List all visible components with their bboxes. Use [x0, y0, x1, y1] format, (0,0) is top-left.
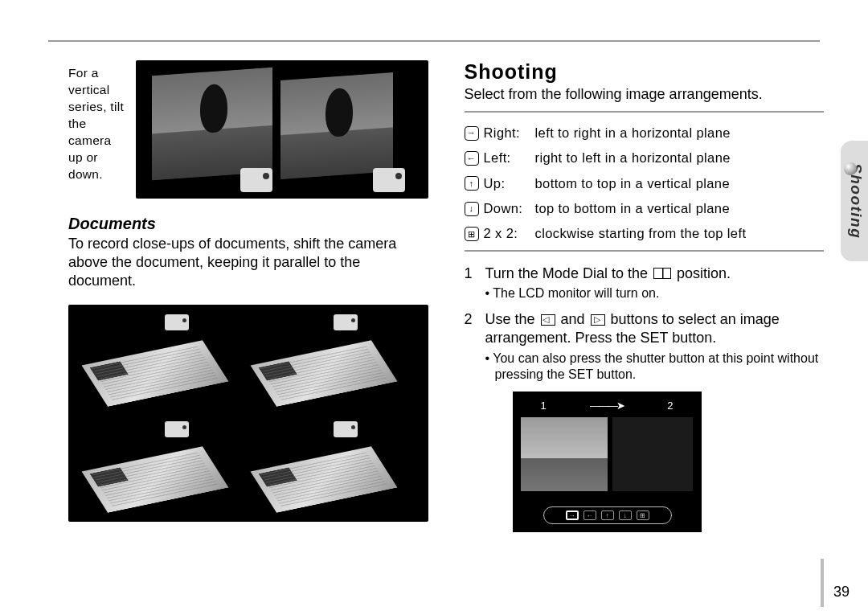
page-number-bar: [821, 559, 824, 607]
lcd-mode-2x2-icon: ⊞: [637, 510, 649, 520]
arrangement-row: ←Left:right to left in a horizontal plan…: [465, 146, 825, 170]
step-2: 2 Use the and buttons to select an image…: [465, 310, 825, 383]
step-1-number: 1: [465, 264, 476, 302]
documents-paragraph: To record close-ups of documents, shift …: [68, 235, 428, 290]
arrangement-key: Up:: [484, 171, 530, 196]
arrangement-key: Right:: [484, 121, 530, 146]
arrangement-key: Left:: [484, 146, 530, 170]
step-1-text-b: position.: [673, 265, 731, 281]
page-number: 39: [833, 584, 850, 601]
arrangement-desc: right to left in a horizontal plane: [535, 146, 825, 170]
vertical-series-block: For a vertical series, tilt the camera u…: [68, 60, 428, 199]
step-1-text-a: Turn the Mode Dial to the: [485, 265, 652, 281]
lcd-preview: 1 ———➤ 2 → ← ↑ ↓ ⊞: [513, 392, 702, 532]
right-button-icon: [591, 314, 605, 326]
lcd-mode-right-icon: →: [566, 510, 579, 520]
steps: 1 Turn the Mode Dial to the position. • …: [465, 264, 825, 384]
arrangement-icon: ↓: [465, 202, 479, 216]
stitch-mode-icon: [653, 268, 671, 279]
shooting-heading: Shooting: [465, 60, 825, 84]
arrangement-icon: ←: [465, 151, 479, 166]
arrangement-icon: ⊞: [465, 227, 479, 241]
lcd-mode-down-icon: ↓: [619, 510, 632, 520]
arrangement-row: ↓Down:top to bottom in a vertical plane: [465, 196, 825, 221]
documents-figure: [68, 305, 428, 522]
arrangement-desc: bottom to top in a vertical plane: [535, 171, 825, 196]
divider-bottom: [465, 250, 825, 252]
arrangement-key: Down:: [484, 196, 530, 221]
arrangement-desc: left to right in a horizontal plane: [535, 121, 825, 146]
lcd-next-frame-slot: [612, 417, 693, 491]
lcd-mode-up-icon: ↑: [601, 510, 614, 520]
arrangement-row: ⊞2 x 2:clockwise starting from the top l…: [465, 221, 825, 246]
tab-indicator-dot: [844, 162, 857, 175]
arrangement-desc: clockwise starting from the top left: [535, 221, 825, 246]
arrangement-icon: ↑: [465, 176, 479, 191]
lcd-mode-bar: → ← ↑ ↓ ⊞: [543, 506, 672, 524]
section-tab: Shooting: [841, 141, 868, 261]
left-column: For a vertical series, tilt the camera u…: [68, 60, 428, 599]
step-2-text-a: Use the: [485, 311, 539, 327]
right-column: Shooting Select from the following image…: [465, 60, 825, 599]
left-button-icon: [541, 314, 555, 326]
divider-top: [465, 111, 825, 113]
lcd-mode-left-icon: ←: [583, 510, 596, 520]
arrangements-table: →Right:left to right in a horizontal pla…: [465, 121, 825, 247]
arrangement-desc: top to bottom in a vertical plane: [535, 196, 825, 221]
step-2-text-b: and: [557, 311, 589, 327]
arrangement-icon: →: [465, 126, 479, 141]
lcd-slot-1-number: 1: [541, 400, 547, 412]
lcd-captured-frame: [521, 417, 608, 491]
arrangement-row: →Right:left to right in a horizontal pla…: [465, 121, 825, 146]
page-body: For a vertical series, tilt the camera u…: [68, 60, 824, 599]
arrangement-key: 2 x 2:: [484, 221, 530, 246]
documents-heading: Documents: [68, 215, 428, 233]
step-1-bullet: • The LCD monitor will turn on.: [485, 285, 825, 302]
vertical-series-note: For a vertical series, tilt the camera u…: [68, 60, 126, 182]
arrangement-row: ↑Up:bottom to top in a vertical plane: [465, 171, 825, 196]
shooting-lead: Select from the following image arrangem…: [465, 86, 825, 103]
lcd-slot-2-number: 2: [667, 400, 673, 412]
step-1: 1 Turn the Mode Dial to the position. • …: [465, 264, 825, 302]
top-rule: [48, 40, 820, 42]
step-2-number: 2: [465, 310, 476, 383]
vertical-series-figure: [136, 60, 428, 199]
step-2-bullet: • You can also press the shutter button …: [485, 351, 825, 384]
lcd-arrow-icon: ———➤: [590, 400, 624, 412]
